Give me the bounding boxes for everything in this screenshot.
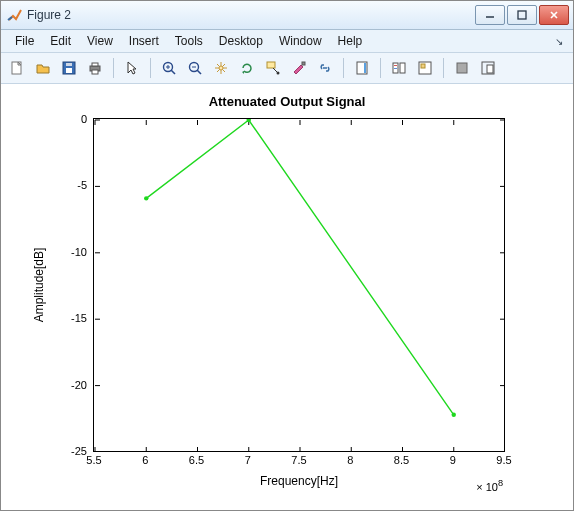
svg-point-21: [277, 72, 280, 75]
svg-rect-6: [66, 68, 72, 73]
x-tick-label: 9: [450, 454, 456, 466]
y-tick-label: -5: [57, 179, 87, 191]
svg-rect-10: [92, 70, 98, 74]
pointer-icon[interactable]: [120, 56, 144, 80]
menubar: File Edit View Insert Tools Desktop Wind…: [1, 30, 573, 53]
legend-icon[interactable]: [387, 56, 411, 80]
save-icon[interactable]: [57, 56, 81, 80]
menu-insert[interactable]: Insert: [121, 32, 167, 50]
x-tick-label: 7.5: [291, 454, 306, 466]
y-tick-label: -15: [57, 312, 87, 324]
svg-rect-7: [66, 63, 72, 66]
svg-rect-27: [394, 68, 397, 69]
titlebar: Figure 2: [1, 1, 573, 30]
toolbar-separator: [113, 58, 114, 78]
x-tick-label: 8: [347, 454, 353, 466]
svg-line-12: [171, 70, 175, 74]
colorbar-icon[interactable]: [350, 56, 374, 80]
x-tick-label: 7: [245, 454, 251, 466]
toolbar-separator: [380, 58, 381, 78]
dock-icon[interactable]: [476, 56, 500, 80]
menu-help[interactable]: Help: [330, 32, 371, 50]
hide-plot-icon[interactable]: [450, 56, 474, 80]
menu-view[interactable]: View: [79, 32, 121, 50]
rotate-icon[interactable]: [235, 56, 259, 80]
y-tick-label: -10: [57, 246, 87, 258]
x-tick-label: 6: [142, 454, 148, 466]
series-line: [146, 120, 454, 415]
zoom-in-icon[interactable]: [157, 56, 181, 80]
toolbar-separator: [443, 58, 444, 78]
brush-icon[interactable]: [287, 56, 311, 80]
menu-window[interactable]: Window: [271, 32, 330, 50]
svg-rect-24: [364, 63, 366, 73]
maximize-button[interactable]: [507, 5, 537, 25]
pan-icon[interactable]: [209, 56, 233, 80]
zoom-out-icon[interactable]: [183, 56, 207, 80]
svg-rect-31: [457, 63, 467, 73]
svg-line-16: [197, 70, 201, 74]
link-icon[interactable]: [313, 56, 337, 80]
svg-rect-30: [421, 64, 425, 68]
data-point: [144, 196, 148, 200]
y-tick-label: 0: [57, 113, 87, 125]
menu-desktop[interactable]: Desktop: [211, 32, 271, 50]
print-icon[interactable]: [83, 56, 107, 80]
x-tick-label: 9.5: [496, 454, 511, 466]
x-tick-label: 6.5: [189, 454, 204, 466]
y-tick-label: -20: [57, 379, 87, 391]
svg-rect-33: [487, 65, 493, 73]
menu-edit[interactable]: Edit: [42, 32, 79, 50]
svg-rect-28: [400, 63, 405, 73]
y-axis-label: Amplitude[dB]: [29, 118, 49, 452]
window-title: Figure 2: [27, 8, 475, 22]
matlab-icon: [7, 7, 23, 23]
svg-point-18: [219, 66, 223, 70]
svg-rect-22: [302, 62, 305, 65]
toolbar-separator: [343, 58, 344, 78]
x-tick-label: 8.5: [394, 454, 409, 466]
menu-file[interactable]: File: [7, 32, 42, 50]
menu-tools[interactable]: Tools: [167, 32, 211, 50]
window-controls: [475, 5, 569, 25]
svg-rect-1: [518, 11, 526, 19]
menu-overflow-icon[interactable]: ↘: [555, 36, 567, 47]
axes[interactable]: [93, 118, 505, 452]
svg-rect-19: [267, 62, 275, 68]
toolbar-separator: [150, 58, 151, 78]
svg-rect-26: [394, 65, 397, 66]
new-file-icon[interactable]: [5, 56, 29, 80]
x-axis-exponent: × 108: [476, 478, 503, 493]
plot-area: Attenuated Output Signal Amplitude[dB] F…: [1, 84, 573, 511]
close-button[interactable]: [539, 5, 569, 25]
insert-axes-icon[interactable]: [413, 56, 437, 80]
chart-title: Attenuated Output Signal: [1, 94, 573, 109]
data-cursor-icon[interactable]: [261, 56, 285, 80]
minimize-button[interactable]: [475, 5, 505, 25]
open-icon[interactable]: [31, 56, 55, 80]
x-tick-label: 5.5: [86, 454, 101, 466]
y-tick-label: -25: [57, 445, 87, 457]
svg-rect-9: [92, 63, 98, 66]
x-axis-label: Frequency[Hz]: [93, 474, 505, 488]
data-point: [452, 413, 456, 417]
toolbar: [1, 53, 573, 84]
